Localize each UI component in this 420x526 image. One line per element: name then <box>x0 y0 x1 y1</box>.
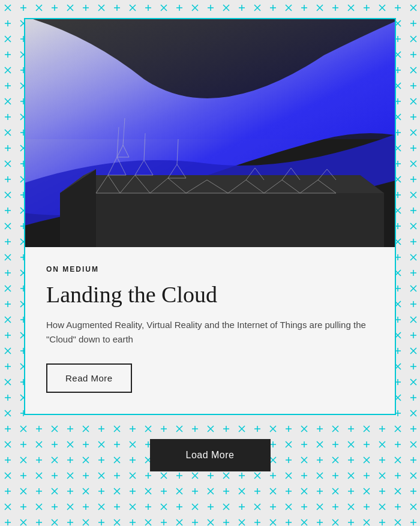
load-more-button[interactable]: Load More <box>150 439 271 471</box>
card-source: On Medium <box>46 265 374 273</box>
card-title: Landing the Cloud <box>46 282 374 308</box>
article-card: On Medium Landing the Cloud How Augmente… <box>24 18 396 415</box>
svg-rect-45 <box>25 19 395 139</box>
page-wrapper: On Medium Landing the Cloud How Augmente… <box>0 0 420 526</box>
card-description: How Augmented Reality, Virtual Reality a… <box>46 318 374 347</box>
load-more-section: Load More <box>18 415 402 489</box>
card-content: On Medium Landing the Cloud How Augmente… <box>25 247 395 414</box>
read-more-button[interactable]: Read More <box>46 363 132 393</box>
card-image <box>25 19 395 247</box>
